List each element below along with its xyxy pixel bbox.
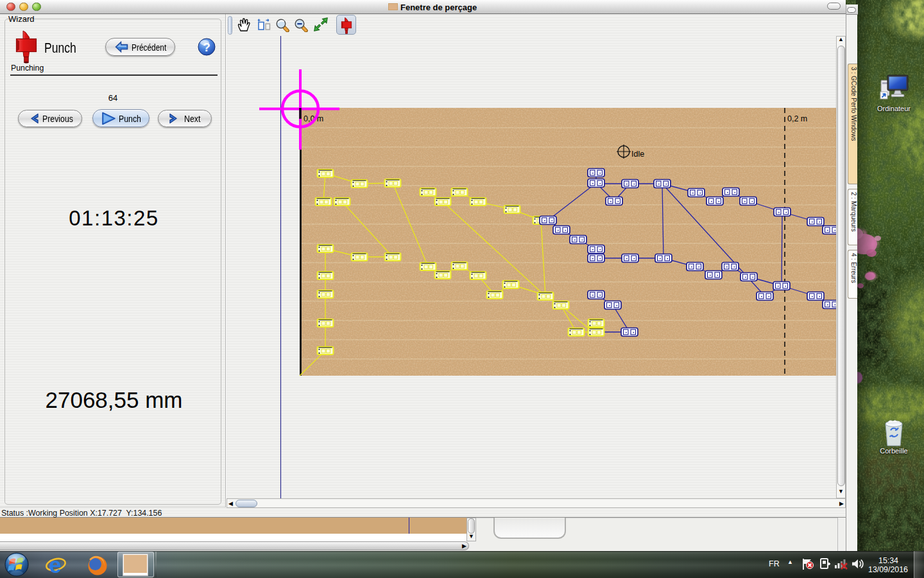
svg-text:Idle: Idle: [631, 150, 644, 159]
svg-text:e: e: [49, 554, 61, 577]
svg-text:0,2 m: 0,2 m: [787, 114, 807, 123]
svg-text:?: ?: [203, 40, 210, 54]
